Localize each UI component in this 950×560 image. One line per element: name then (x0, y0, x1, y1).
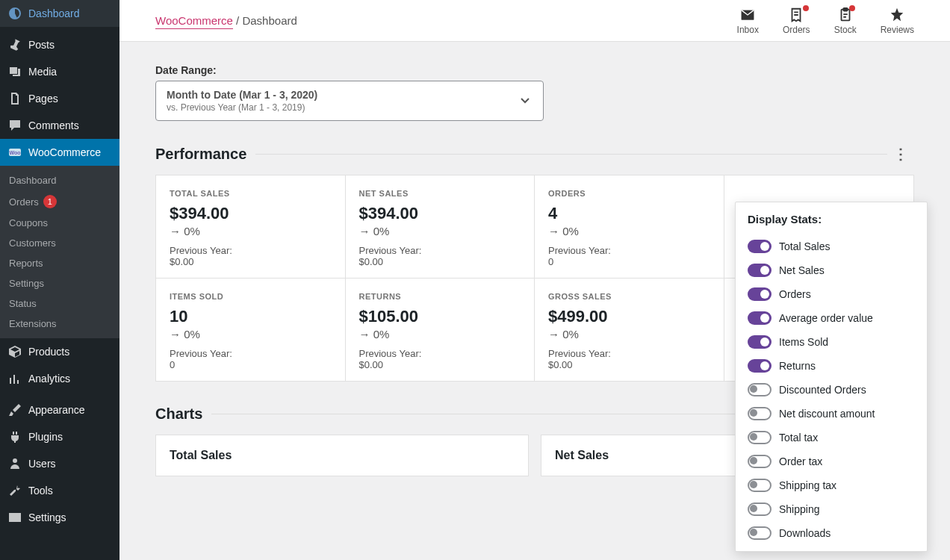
chart-icon (7, 371, 22, 386)
perf-prev-label: Previous Year: (170, 348, 332, 359)
toggle-label: Net discount amount (779, 408, 875, 420)
sidebar-item-products[interactable]: Products (0, 338, 119, 365)
topbar-action-label: Reviews (881, 25, 914, 35)
toggle-discounted-orders[interactable]: Discounted Orders (748, 378, 915, 402)
perf-card[interactable]: RETURNS $105.00 → 0% Previous Year: $0.0… (346, 279, 535, 381)
toggle-switch[interactable] (748, 240, 772, 253)
sidebar-item-dashboard[interactable]: Dashboard (0, 0, 119, 27)
date-range-main: Month to Date (Mar 1 - 3, 2020) (167, 89, 317, 101)
sidebar-item-pages[interactable]: Pages (0, 85, 119, 112)
toggle-downloads[interactable]: Downloads (748, 521, 915, 545)
topbar-inbox[interactable]: Inbox (737, 7, 759, 35)
toggle-orders[interactable]: Orders (748, 282, 915, 306)
topbar-orders[interactable]: Orders (783, 7, 810, 35)
sidebar-item-appearance[interactable]: Appearance (0, 396, 119, 423)
perf-card[interactable]: ITEMS SOLD 10 → 0% Previous Year: 0 (156, 279, 346, 381)
chart-card[interactable]: Total Sales (155, 435, 529, 476)
toggle-switch[interactable] (748, 383, 772, 396)
svg-text:Woo: Woo (9, 150, 20, 155)
perf-prev-value: $0.00 (548, 359, 710, 370)
user-icon (7, 456, 22, 471)
perf-prev-value: 0 (548, 256, 710, 267)
topbar: WooCommerce / Dashboard InboxOrdersStock… (119, 0, 950, 42)
toggle-total-sales[interactable]: Total Sales (748, 234, 915, 258)
sidebar-item-comments[interactable]: Comments (0, 112, 119, 139)
toggle-shipping[interactable]: Shipping (748, 497, 915, 521)
toggle-switch[interactable] (748, 335, 772, 349)
perf-prev-label: Previous Year: (359, 348, 521, 359)
sidebar-item-analytics[interactable]: Analytics (0, 365, 119, 392)
box-icon (7, 344, 22, 359)
sidebar-item-label: WooCommerce (28, 146, 101, 158)
sidebar-sub-coupons[interactable]: Coupons (0, 213, 119, 233)
performance-menu-button[interactable]: ⋮ (887, 145, 914, 163)
perf-label: ORDERS (548, 189, 710, 198)
perf-card[interactable]: NET SALES $394.00 → 0% Previous Year: $0… (346, 175, 535, 279)
toggle-total-tax[interactable]: Total tax (748, 426, 915, 449)
perf-label: RETURNS (359, 292, 521, 301)
toggle-label: Shipping tax (779, 479, 836, 491)
toggle-switch[interactable] (748, 479, 772, 492)
sidebar-sub-settings[interactable]: Settings (0, 273, 119, 293)
toggle-label: Total tax (779, 432, 818, 444)
breadcrumb-root[interactable]: WooCommerce (155, 14, 233, 29)
sidebar-item-label: Posts (28, 39, 55, 51)
chevron-down-icon (518, 93, 533, 108)
toggle-switch[interactable] (748, 311, 772, 325)
topbar-action-label: Inbox (737, 25, 759, 35)
sidebar-sub-reports[interactable]: Reports (0, 253, 119, 273)
perf-label: NET SALES (359, 189, 521, 198)
perf-value: 4 (548, 204, 710, 223)
perf-prev-label: Previous Year: (359, 245, 521, 256)
toggle-label: Downloads (779, 527, 831, 539)
toggle-switch[interactable] (748, 503, 772, 516)
sidebar-sub-dashboard[interactable]: Dashboard (0, 170, 119, 190)
toggle-switch[interactable] (748, 526, 772, 540)
toggle-net-discount-amount[interactable]: Net discount amount (748, 402, 915, 426)
toggle-order-tax[interactable]: Order tax (748, 449, 915, 473)
toggle-label: Discounted Orders (779, 384, 866, 396)
sidebar-item-woocommerce[interactable]: WooWooCommerce (0, 139, 119, 166)
toggle-items-sold[interactable]: Items Sold (748, 330, 915, 354)
perf-card[interactable]: GROSS SALES $499.00 → 0% Previous Year: … (535, 279, 724, 381)
sidebar-sub-orders[interactable]: Orders1 (0, 190, 119, 213)
sidebar-item-label: Tools (28, 485, 53, 497)
toggle-net-sales[interactable]: Net Sales (748, 258, 915, 282)
sidebar-sub-status[interactable]: Status (0, 293, 119, 314)
toggle-switch[interactable] (748, 431, 772, 444)
perf-value: $499.00 (548, 307, 710, 326)
toggle-switch[interactable] (748, 455, 772, 468)
sidebar-sub-customers[interactable]: Customers (0, 233, 119, 253)
topbar-action-label: Stock (834, 25, 857, 35)
perf-prev-value: $0.00 (359, 359, 521, 370)
topbar-stock[interactable]: Stock (834, 7, 857, 35)
comment-icon (7, 118, 22, 133)
admin-sidebar: DashboardPostsMediaPagesCommentsWooWooCo… (0, 0, 119, 560)
sidebar-item-plugins[interactable]: Plugins (0, 423, 119, 450)
topbar-reviews[interactable]: Reviews (881, 7, 914, 35)
sidebar-sub-extensions[interactable]: Extensions (0, 314, 119, 334)
note-icon (788, 7, 804, 23)
sidebar-item-posts[interactable]: Posts (0, 31, 119, 58)
toggle-switch[interactable] (748, 287, 772, 301)
wrench-icon (7, 483, 22, 498)
sidebar-item-settings[interactable]: Settings (0, 504, 119, 531)
toggle-returns[interactable]: Returns (748, 354, 915, 378)
perf-label: TOTAL SALES (170, 189, 332, 198)
pin-icon (7, 37, 22, 52)
sidebar-item-tools[interactable]: Tools (0, 477, 119, 504)
toggle-switch[interactable] (748, 359, 772, 373)
sidebar-item-media[interactable]: Media (0, 58, 119, 85)
toggle-average-order-value[interactable]: Average order value (748, 306, 915, 330)
toggle-switch[interactable] (748, 264, 772, 277)
toggle-switch[interactable] (748, 407, 772, 420)
sidebar-sub-label: Customers (9, 237, 56, 249)
toggle-shipping-tax[interactable]: Shipping tax (748, 473, 915, 497)
sidebar-item-users[interactable]: Users (0, 450, 119, 477)
date-range-selector[interactable]: Month to Date (Mar 1 - 3, 2020) vs. Prev… (155, 81, 544, 121)
sidebar-sub-label: Orders (9, 196, 39, 208)
toggle-label: Returns (779, 360, 816, 372)
perf-card[interactable]: ORDERS 4 → 0% Previous Year: 0 (535, 175, 724, 279)
topbar-actions: InboxOrdersStockReviews (737, 7, 914, 35)
perf-card[interactable]: TOTAL SALES $394.00 → 0% Previous Year: … (156, 175, 346, 279)
